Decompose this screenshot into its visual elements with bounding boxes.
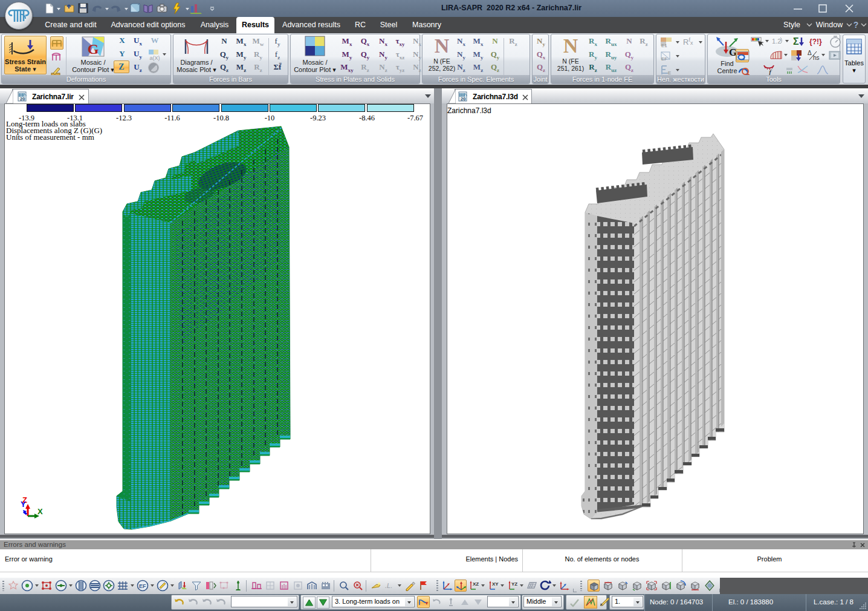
svg-text:XZ: XZ bbox=[473, 581, 479, 587]
svg-text:{?!}: {?!} bbox=[809, 38, 822, 46]
svg-text:1.2: 1.2 bbox=[772, 38, 781, 45]
svg-text:EF: EF bbox=[661, 56, 667, 62]
svg-text:Σ: Σ bbox=[793, 36, 799, 47]
svg-text:G: G bbox=[88, 41, 99, 57]
svg-text:XY: XY bbox=[492, 581, 499, 587]
svg-text:E1: E1 bbox=[661, 43, 667, 48]
svg-text:20: 20 bbox=[20, 96, 25, 102]
svg-text:Δ: Δ bbox=[808, 50, 812, 56]
svg-text:Y: Y bbox=[21, 500, 26, 509]
svg-text:.L.: .L. bbox=[385, 582, 392, 589]
svg-text:20: 20 bbox=[461, 96, 465, 102]
svg-text:X: X bbox=[37, 507, 43, 516]
svg-text:hs: hs bbox=[813, 54, 820, 61]
svg-text:EF: EF bbox=[139, 583, 146, 589]
svg-text:YZ: YZ bbox=[511, 581, 517, 587]
svg-text:a(X): a(X) bbox=[149, 55, 160, 61]
